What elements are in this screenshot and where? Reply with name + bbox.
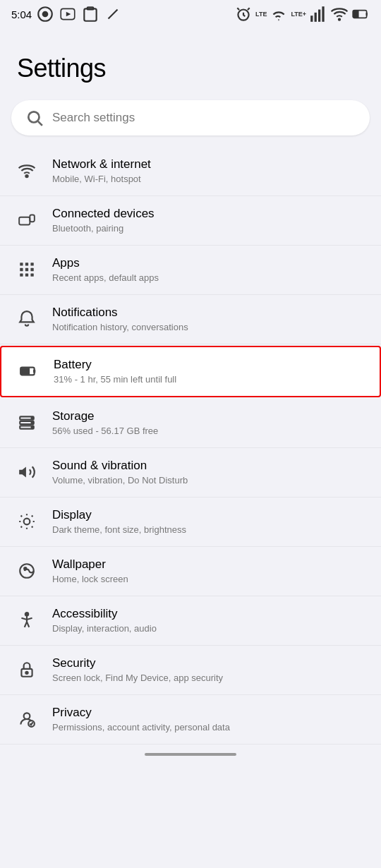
svg-point-44 — [25, 672, 28, 674]
svg-rect-24 — [25, 268, 28, 271]
settings-item-sound-subtitle: Volume, vibration, Do Not Disturb — [52, 475, 367, 487]
settings-item-connected-devices[interactable]: Connected devicesBluetooth, pairing — [0, 196, 381, 246]
settings-item-apps[interactable]: AppsRecent apps, default apps — [0, 246, 381, 295]
svg-rect-28 — [30, 274, 33, 277]
bottom-bar — [0, 745, 381, 764]
lte-icon: LTE — [255, 11, 267, 18]
settings-item-security[interactable]: SecurityScreen lock, Find My Device, app… — [0, 646, 381, 695]
youtube-icon — [59, 5, 77, 23]
wallpaper-icon — [14, 558, 40, 584]
status-left: 5:04 — [11, 5, 122, 23]
settings-item-display-subtitle: Dark theme, font size, brightness — [52, 524, 367, 536]
svg-point-34 — [32, 418, 33, 419]
settings-item-accessibility-subtitle: Display, interaction, audio — [52, 623, 367, 635]
sound-icon — [14, 459, 40, 485]
svg-marker-37 — [19, 467, 26, 478]
bell-icon — [14, 306, 40, 332]
settings-item-battery-title: Battery — [54, 357, 365, 373]
page-title: Settings — [17, 54, 364, 83]
svg-point-12 — [339, 19, 340, 20]
svg-point-17 — [25, 175, 28, 177]
settings-item-wallpaper-title: Wallpaper — [52, 557, 367, 572]
svg-point-45 — [24, 713, 30, 720]
status-right: LTE LTE+ — [234, 5, 370, 23]
settings-item-notifications-title: Notifications — [52, 305, 367, 320]
search-bar[interactable]: Search settings — [11, 100, 370, 135]
security-icon — [14, 657, 40, 682]
status-bar: 5:04 LTE LTE+ — [0, 0, 381, 25]
svg-rect-5 — [85, 8, 97, 20]
svg-rect-11 — [322, 6, 324, 22]
svg-rect-8 — [310, 16, 313, 22]
svg-rect-14 — [353, 11, 358, 18]
svg-rect-23 — [20, 268, 23, 271]
settings-item-accessibility-title: Accessibility — [52, 606, 367, 622]
settings-item-privacy-subtitle: Permissions, account activity, personal … — [52, 722, 367, 734]
svg-line-6 — [109, 10, 118, 19]
settings-item-apps-title: Apps — [52, 255, 367, 271]
accessibility-icon — [14, 608, 40, 633]
wifi-signal-icon — [330, 5, 349, 23]
svg-rect-22 — [30, 263, 33, 266]
settings-item-network-title: Network & internet — [52, 157, 367, 172]
alarm-icon — [234, 5, 253, 23]
svg-rect-27 — [25, 274, 28, 277]
settings-item-wallpaper-subtitle: Home, lock screen — [52, 574, 367, 586]
settings-item-privacy-title: Privacy — [52, 705, 367, 721]
privacy-icon — [14, 706, 40, 732]
slash-icon — [104, 5, 122, 23]
storage-icon — [14, 410, 40, 435]
search-container: Search settings — [0, 95, 381, 147]
settings-item-sound[interactable]: Sound & vibrationVolume, vibration, Do N… — [0, 448, 381, 498]
svg-rect-26 — [20, 274, 23, 277]
svg-rect-25 — [30, 268, 33, 271]
settings-item-security-subtitle: Screen lock, Find My Device, app securit… — [52, 673, 367, 685]
battery-icon — [16, 358, 41, 384]
svg-point-15 — [28, 111, 39, 122]
settings-item-accessibility[interactable]: AccessibilityDisplay, interaction, audio — [0, 596, 381, 646]
settings-item-privacy[interactable]: PrivacyPermissions, account activity, pe… — [0, 695, 381, 745]
svg-point-41 — [25, 613, 28, 616]
svg-point-36 — [32, 427, 33, 428]
circle-dot-icon — [36, 5, 54, 23]
settings-item-storage[interactable]: Storage56% used - 56.17 GB free — [0, 399, 381, 448]
svg-rect-20 — [20, 263, 23, 266]
wifi-icon — [14, 158, 40, 183]
svg-rect-30 — [21, 369, 29, 375]
settings-item-storage-title: Storage — [52, 409, 367, 424]
status-battery-icon — [351, 5, 370, 23]
settings-item-apps-subtitle: Recent apps, default apps — [52, 272, 367, 284]
settings-item-connected-devices-title: Connected devices — [52, 206, 367, 222]
svg-rect-21 — [25, 263, 28, 266]
settings-item-sound-title: Sound & vibration — [52, 458, 367, 474]
settings-item-display[interactable]: DisplayDark theme, font size, brightness — [0, 498, 381, 547]
settings-list: Network & internetMobile, Wi-Fi, hotspot… — [0, 147, 381, 745]
svg-rect-9 — [315, 13, 317, 22]
settings-item-notifications-subtitle: Notification history, conversations — [52, 322, 367, 334]
svg-line-16 — [38, 121, 42, 126]
settings-item-wallpaper[interactable]: WallpaperHome, lock screen — [0, 547, 381, 596]
display-icon — [14, 509, 40, 534]
page-header: Settings — [0, 25, 381, 95]
svg-point-40 — [24, 567, 26, 569]
svg-point-35 — [32, 422, 33, 423]
settings-item-display-title: Display — [52, 507, 367, 523]
lte-plus-icon: LTE+ — [291, 11, 306, 18]
settings-item-notifications[interactable]: NotificationsNotification history, conve… — [0, 295, 381, 344]
wifi-calling-icon — [270, 5, 288, 23]
svg-rect-18 — [19, 217, 30, 225]
home-indicator — [145, 753, 236, 756]
settings-item-network[interactable]: Network & internetMobile, Wi-Fi, hotspot — [0, 147, 381, 196]
settings-item-security-title: Security — [52, 656, 367, 671]
devices-icon — [14, 207, 40, 233]
svg-point-39 — [20, 565, 34, 579]
status-time: 5:04 — [11, 8, 32, 20]
settings-item-network-subtitle: Mobile, Wi-Fi, hotspot — [52, 174, 367, 186]
clipboard-icon — [81, 5, 99, 23]
search-icon — [25, 109, 44, 127]
svg-rect-10 — [318, 10, 320, 22]
svg-point-1 — [42, 11, 49, 18]
settings-item-storage-subtitle: 56% used - 56.17 GB free — [52, 426, 367, 438]
svg-point-38 — [24, 519, 30, 525]
settings-item-battery[interactable]: Battery31% - 1 hr, 55 min left until ful… — [0, 346, 381, 397]
